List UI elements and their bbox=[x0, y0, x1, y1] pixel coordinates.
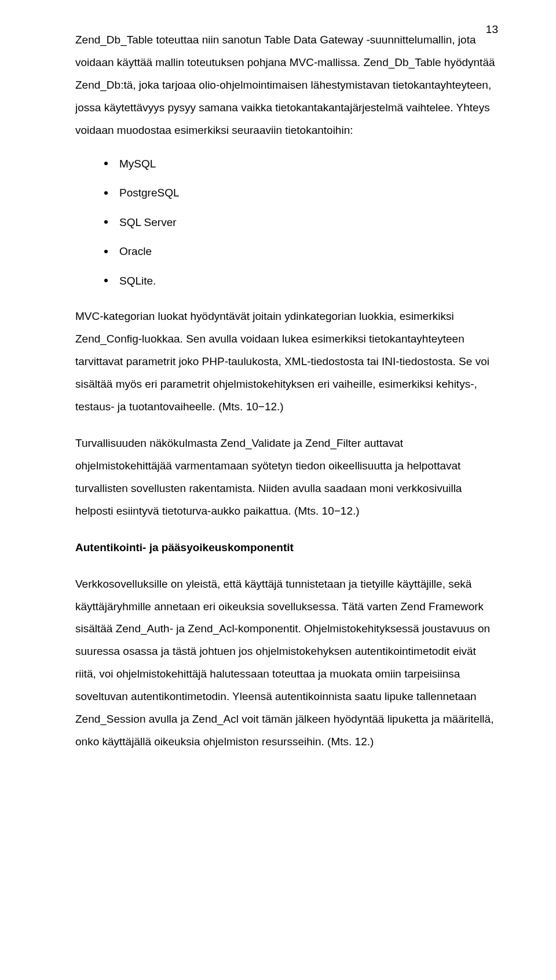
list-item: Oracle bbox=[104, 243, 498, 260]
database-list: MySQL PostgreSQL SQL Server Oracle SQLit… bbox=[104, 156, 498, 290]
document-page: 13 Zend_Db_Table toteuttaa niin sanotun … bbox=[0, 0, 556, 980]
list-item: SQL Server bbox=[104, 214, 498, 231]
paragraph-security: Turvallisuuden näkökulmasta Zend_Validat… bbox=[75, 432, 498, 523]
list-item: PostgreSQL bbox=[104, 185, 498, 202]
paragraph-auth: Verkkosovelluksille on yleistä, että käy… bbox=[75, 573, 498, 754]
list-item: MySQL bbox=[104, 156, 498, 173]
page-number: 13 bbox=[486, 23, 498, 36]
list-item: SQLite. bbox=[104, 273, 498, 290]
paragraph-mvc: MVC-kategorian luokat hyödyntävät joitai… bbox=[75, 305, 498, 418]
section-heading-auth: Autentikointi- ja pääsyoikeuskomponentit bbox=[75, 537, 498, 559]
paragraph-intro: Zend_Db_Table toteuttaa niin sanotun Tab… bbox=[75, 29, 498, 142]
